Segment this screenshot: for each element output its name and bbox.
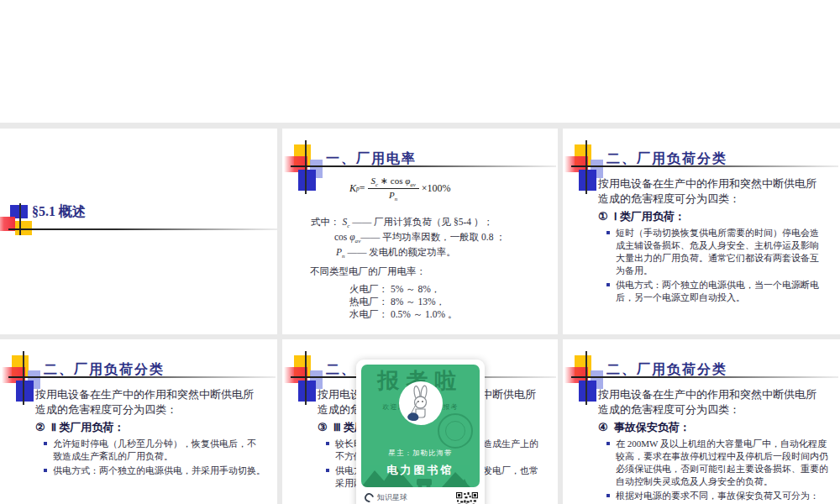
zhishixingqiu-logo-icon: [363, 491, 375, 504]
slide-body: 按用电设备在生产中的作用和突然中断供电所造成的危害程度可分为四类：④事故保安负荷…: [598, 387, 830, 504]
fraction-denominator: Pn: [368, 189, 419, 202]
bullet-line: 在 200MW 及以上机组的大容量电厂中，自动化程度: [616, 438, 830, 450]
paragraph: 按用电设备在生产中的作用和突然中断供电所造成的危害程度可分为四类：: [598, 176, 830, 206]
formula-segment: 式中：: [311, 217, 342, 227]
zhishixingqiu-brand: 知识星球: [365, 492, 407, 503]
formula-segment: —— 发电机的额定功率。: [345, 247, 456, 257]
group-name-label: 电力图书馆: [361, 463, 480, 478]
bullet-square-icon: [44, 469, 47, 472]
definition-line: 热电厂： 8% ～ 13%，: [349, 296, 445, 308]
ornament-blue-square: [298, 381, 316, 402]
slide-body: Kp = Sc ∗ cos φavPn ×100%式中： Sc —— 厂用计算负…: [282, 129, 558, 334]
qr-code[interactable]: [456, 492, 478, 504]
formula-segment: cos: [334, 232, 349, 242]
formula-segment: P: [336, 247, 342, 257]
promo-card: 报考啦 欢迎广大考生升级报考: [361, 365, 480, 487]
popup-footer: 知识星球: [365, 492, 478, 504]
paragraph-line: 造成的危害程度可分为四类：: [35, 402, 267, 417]
definition-line: cos φav—— 平均功率因数，一般取 0.8 ；: [334, 231, 506, 244]
class-header: ②Ⅱ 类厂用负荷：: [35, 420, 267, 434]
ornament-vertical-line: [585, 351, 587, 405]
bullet-square-icon: [606, 231, 610, 234]
bullet-item: 供电方式：两个独立的电源供电，当一个电源断电后，另一个电源立即自动投入。: [598, 279, 830, 304]
definition-line: 水电厂： 0.5% ～ 1.0% 。: [349, 308, 457, 321]
title-underline: [571, 165, 838, 167]
definition-line: 火电厂： 5% ～ 8%，: [349, 283, 440, 296]
rabbit-icon: [399, 381, 443, 425]
circled-number: ④: [598, 421, 608, 433]
class-header-label: 事故保安负荷：: [614, 421, 690, 433]
bullet-line: 短时（手动切换恢复供电所需要的时间）停电会造: [616, 227, 830, 239]
formula-segment: P: [389, 190, 395, 200]
group-owner-label: 星主：加勒比海带: [361, 449, 480, 459]
equals-sign: =: [360, 182, 365, 195]
ornament-vertical-line: [585, 140, 587, 194]
bullet-line: 大量出力的厂用负荷。通常它们都设有两套设备互: [616, 252, 830, 265]
paragraph-line: 造成的危害程度可分为四类：: [598, 402, 830, 417]
plant-rate-formula: Kp = Sc ∗ cos φavPn ×100%: [349, 176, 450, 202]
bullet-line: 供电方式：两个独立的电源供电，并采用手动切换。: [53, 465, 267, 477]
bullet-square-icon: [606, 442, 610, 445]
formula-segment: 热电厂： 8% ～ 13%，: [349, 297, 445, 307]
ornament-blue-square: [16, 381, 34, 402]
bullet-square-icon: [326, 442, 329, 445]
bullet-line: 必须保证供电，否则可能引起主要设备损坏、重要的: [616, 463, 830, 475]
bullet-square-icon: [326, 469, 329, 472]
bullet-item: 在 200MW 及以上机组的大容量电厂中，自动化程度较高，要求在事故停机过程中及…: [598, 438, 830, 488]
bullet-square-icon: [44, 442, 47, 445]
bullet-line: 根据对电源的要求不同，事故保安负荷又可分为：: [616, 490, 830, 502]
class-header: ④事故保安负荷：: [598, 420, 830, 434]
bullet-line: 致造成生产紊乱的厂用负荷。: [53, 450, 267, 463]
bullet-line: 较高，要求在事故停机过程中及停机后一段时间内仍: [616, 450, 830, 463]
promo-popup[interactable]: 报考啦 欢迎广大考生升级报考: [356, 360, 485, 504]
title-underline: [8, 376, 276, 378]
formula-segment: 不同类型电厂的厂用电率：: [310, 266, 426, 276]
bullet-line: 后，另一个电源立即自动投入。: [616, 291, 830, 304]
class-header-label: Ⅱ 类厂用负荷：: [51, 421, 125, 433]
circled-number: ②: [35, 421, 45, 433]
paragraph-line: 按用电设备在生产中的作用和突然中断供电所: [598, 387, 830, 402]
definition-line: 式中： Sc —— 厂用计算负荷（见 §5-4 ）；: [311, 216, 493, 229]
slide-6-emergency-load[interactable]: 二、厂用负荷分类 按用电设备在生产中的作用和突然中断供电所造成的危害程度可分为四…: [563, 339, 840, 504]
stamp-watermark-icon: [438, 413, 473, 449]
ornament-blue-square: [579, 170, 596, 191]
slide-2-plant-power-rate[interactable]: 一、厂用电率 Kp = Sc ∗ cos φavPn ×100%式中： Sc —…: [282, 129, 558, 334]
paragraph-line: 按用电设备在生产中的作用和突然中断供电所: [35, 387, 267, 402]
class-header-label: Ⅰ 类厂用负荷：: [614, 210, 685, 223]
bullet-square-icon: [606, 283, 610, 286]
bullet-item: 允许短时停电（几秒至几分钟），恢复供电后，不致造成生产紊乱的厂用负荷。: [35, 438, 267, 463]
formula-segment: —— 厂用计算负荷（见 §5-4 ）；: [349, 217, 493, 227]
title-underline: [571, 376, 838, 378]
slide-1-section[interactable]: §5.1 概述: [0, 129, 277, 334]
bullet-line: 成主辅设备损坏、危及人身安全、主机停运及影响: [616, 239, 830, 252]
definition-line: Pn —— 发电机的额定功率。: [336, 246, 456, 260]
formula-segment: —— 平均功率因数，一般取 0.8 ；: [360, 232, 506, 242]
ornament-blue-square: [579, 381, 596, 402]
paragraph-line: 按用电设备在生产中的作用和突然中断供电所: [598, 176, 830, 192]
bullet-line: 供电方式：两个独立的电源供电，当一个电源断电: [616, 279, 830, 291]
circled-number: ①: [598, 210, 608, 223]
formula-segment: ∗: [378, 176, 391, 186]
brand-label: 知识星球: [377, 492, 407, 503]
paragraph: 按用电设备在生产中的作用和突然中断供电所造成的危害程度可分为四类：: [598, 387, 830, 417]
bullet-item: 短时（手动切换恢复供电所需要的时间）停电会造成主辅设备损坏、危及人身安全、主机停…: [598, 227, 830, 277]
bullet-line: 自动控制失灵或危及人身安全的负荷。: [616, 475, 830, 488]
formula-segment: cos: [391, 176, 405, 186]
slide-3-load-class-1[interactable]: 二、厂用负荷分类 按用电设备在生产中的作用和突然中断供电所造成的危害程度可分为四…: [563, 129, 840, 334]
formula-segment: 火电厂： 5% ～ 8%，: [349, 284, 440, 294]
paragraph: 按用电设备在生产中的作用和突然中断供电所造成的危害程度可分为四类：: [35, 387, 267, 417]
rabbit-avatar: [399, 381, 443, 425]
section-title: §5.1 概述: [32, 203, 86, 221]
corner-ornament-icon: [0, 129, 50, 204]
paragraph-line: 造成的危害程度可分为四类：: [598, 192, 830, 207]
bullet-square-icon: [606, 494, 610, 497]
bullet-line: 允许短时停电（几秒至几分钟），恢复供电后，不: [53, 438, 267, 450]
slide-body: 按用电设备在生产中的作用和突然中断供电所造成的危害程度可分为四类：②Ⅱ 类厂用负…: [35, 387, 267, 477]
formula-segment: 水电厂： 0.5% ～ 1.0% 。: [349, 309, 457, 319]
slide-4-load-class-2[interactable]: 二、厂用负荷分类 按用电设备在生产中的作用和突然中断供电所造成的危害程度可分为四…: [0, 339, 277, 504]
formula-segment: K: [349, 182, 356, 195]
bullet-line: 为备用。: [616, 265, 830, 277]
definition-line: 不同类型电厂的厂用电率：: [310, 265, 426, 278]
title-underline: [8, 228, 277, 230]
circled-number: ③: [318, 421, 328, 433]
